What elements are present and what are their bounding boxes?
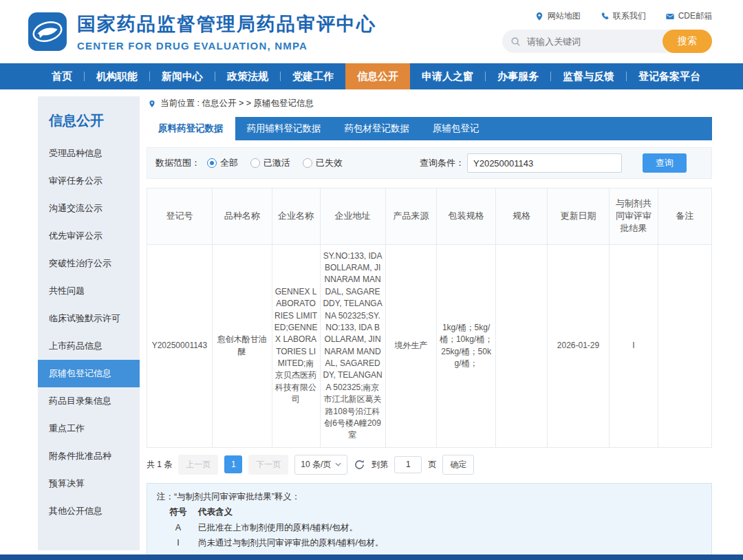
legend-note: 注：“与制剂共同审评审批结果”释义： 符号 代表含义 A 已批准在上市制剂使用的…: [147, 483, 712, 554]
contact-link[interactable]: 联系我们: [600, 10, 646, 22]
page-size-value: 10 条/页: [301, 459, 331, 471]
sidebar-item-common-issues[interactable]: 共性问题: [38, 277, 140, 305]
query-input[interactable]: [467, 153, 622, 173]
nav-item-org-functions[interactable]: 机构职能: [85, 63, 149, 89]
goto-prefix: 到第: [372, 459, 388, 471]
radio-activated[interactable]: 已激活: [250, 157, 290, 169]
filter-bar: 数据范围： 全部 已激活 已失效 查询条件：: [147, 147, 712, 179]
sidebar-item-budget[interactable]: 预算决算: [38, 470, 140, 497]
nav-item-home[interactable]: 首页: [40, 63, 84, 89]
nav-item-info-disclosure[interactable]: 信息公开: [345, 63, 410, 89]
note-meaning: 已批准在上市制剂使用的原料/辅料/包材。: [198, 520, 358, 536]
sidebar-item-breakthrough-therapy[interactable]: 突破性治疗公示: [38, 250, 140, 277]
query-button[interactable]: 查询: [643, 153, 687, 173]
nav-item-news[interactable]: 新闻中心: [150, 63, 215, 89]
sidebar-item-accepted-products[interactable]: 受理品种信息: [38, 140, 140, 167]
main-nav: 首页 机构职能 新闻中心 政策法规 党建工作 信息公开 申请人之窗 办事服务 监…: [0, 63, 743, 89]
nav-item-supervision-feedback[interactable]: 监督与反馈: [551, 63, 626, 89]
table-header-row: 登记号 品种名称 企业名称 企业地址 产品来源 包装规格 规格 更新日期 与制剂…: [147, 189, 712, 245]
sidebar-item-review-tasks[interactable]: 审评任务公示: [38, 167, 140, 195]
nav-item-services[interactable]: 办事服务: [486, 63, 550, 89]
tab-api-registration-data[interactable]: 原料药登记数据: [147, 117, 235, 140]
tab-excipient-registration-data[interactable]: 药用辅料登记数据: [235, 117, 333, 140]
tab-bar: 原料药登记数据 药用辅料登记数据 药包材登记数据 原辅包登记: [147, 117, 712, 140]
cell-product-source: 境外生产: [385, 244, 436, 447]
sidebar-item-conditional-approval[interactable]: 附条件批准品种: [38, 442, 140, 470]
tab-packaging-registration-data[interactable]: 药包材登记数据: [333, 117, 422, 140]
location-pin-icon: [535, 12, 544, 21]
mail-link[interactable]: CDE邮箱: [665, 10, 712, 22]
search-icon: [510, 36, 521, 47]
current-page-button[interactable]: 1: [224, 455, 242, 473]
location-pin-icon: [148, 99, 156, 109]
search-bar: 搜索: [502, 30, 712, 53]
cell-company-name: GENNEX LABORATORIES LIMITED;GENNEX LABOR…: [272, 244, 320, 447]
total-count: 共 1 条: [147, 459, 172, 471]
radio-activated-dot: [250, 158, 260, 168]
page: 国家药品监督管理局药品审评中心 CENTER FOR DRUG EVALUATI…: [0, 0, 743, 560]
radio-all-dot: [207, 158, 217, 168]
search-input[interactable]: [526, 36, 663, 47]
note-item-A: A 已批准在上市制剂使用的原料/辅料/包材。: [157, 520, 702, 536]
note-header-row: 符号 代表含义: [157, 504, 702, 520]
nav-item-registration-platform[interactable]: 登记备案平台: [627, 63, 712, 89]
cell-package-spec: 1kg/桶；5kg/桶；10kg/桶；25kg/桶；50kg/桶；: [436, 244, 496, 447]
brand-text: 国家药品监督管理局药品审评中心 CENTER FOR DRUG EVALUATI…: [77, 12, 376, 52]
scope-radio-group: 全部 已激活 已失效: [207, 157, 343, 169]
radio-all[interactable]: 全部: [207, 157, 238, 169]
site-title: 国家药品监督管理局药品审评中心: [77, 12, 376, 36]
note-item-I: I 尚未通过与制剂共同审评审批的原料/辅料/包材。: [157, 535, 702, 551]
col-header-company-name: 企业名称: [272, 189, 320, 245]
page-size-select[interactable]: 10 条/页: [294, 455, 347, 475]
col-header-spec: 规格: [496, 189, 547, 245]
sidebar-item-api-excipient-registration[interactable]: 原辅包登记信息: [38, 360, 140, 387]
cell-company-address: SY.NO:133, IDA BOLLARAM, JINNARAM MANDAL…: [320, 244, 385, 447]
goto-suffix: 页: [428, 459, 436, 471]
results-table: 登记号 品种名称 企业名称 企业地址 产品来源 包装规格 规格 更新日期 与制剂…: [147, 188, 712, 448]
radio-all-label: 全部: [220, 157, 238, 169]
cell-update-date: 2026-01-29: [547, 244, 610, 447]
footer-bar: [0, 554, 743, 560]
sitemap-label: 网站地图: [548, 10, 581, 22]
cde-logo-icon: [28, 12, 67, 52]
query-label: 查询条件：: [420, 157, 464, 169]
cell-joint-review-result: I: [610, 244, 658, 447]
sidebar-item-clinical-trial-license[interactable]: 临床试验默示许可: [38, 305, 140, 332]
nav-item-applicant-window[interactable]: 申请人之窗: [410, 63, 485, 89]
radio-expired-label: 已失效: [316, 157, 343, 169]
goto-page-input[interactable]: [394, 456, 422, 473]
next-page-button[interactable]: 下一页: [248, 455, 288, 475]
sidebar-title: 信息公开: [38, 107, 140, 140]
note-title: 注：“与制剂共同审评审批结果”释义：: [157, 489, 702, 505]
col-header-company-address: 企业地址: [320, 189, 385, 245]
sidebar-item-key-work[interactable]: 重点工作: [38, 415, 140, 442]
quick-links: 网站地图 联系我们 CDE邮箱: [535, 10, 712, 22]
sidebar-item-marketed-drugs[interactable]: 上市药品信息: [38, 332, 140, 360]
breadcrumb-text: 当前位置 : 信息公开 > > 原辅包登记信息: [160, 98, 314, 109]
goto-confirm-button[interactable]: 确定: [442, 455, 474, 475]
col-header-reg-no: 登记号: [147, 189, 213, 245]
sidebar-item-other-info[interactable]: 其他公开信息: [38, 497, 140, 525]
refresh-icon[interactable]: [354, 459, 365, 471]
sidebar-item-communication[interactable]: 沟通交流公示: [38, 195, 140, 222]
sidebar-item-drug-catalog[interactable]: 药品目录集信息: [38, 387, 140, 415]
tab-api-excipient-registration[interactable]: 原辅包登记: [421, 117, 491, 140]
radio-expired[interactable]: 已失效: [303, 157, 343, 169]
cell-product-name: 愈创木酚甘油醚: [212, 244, 272, 447]
cell-spec: [496, 244, 547, 447]
nav-item-party-building[interactable]: 党建工作: [281, 63, 345, 89]
note-symbol-header: 符号: [166, 504, 190, 520]
sidebar-item-priority-review[interactable]: 优先审评公示: [38, 222, 140, 250]
prev-page-button[interactable]: 上一页: [178, 455, 218, 475]
chevron-down-icon: [335, 462, 341, 466]
col-header-joint-review-result: 与制剂共同审评审批结果: [610, 189, 658, 245]
note-meaning-header: 代表含义: [198, 504, 233, 520]
radio-expired-dot: [303, 158, 312, 168]
main-panel: 当前位置 : 信息公开 > > 原辅包登记信息 原料药登记数据 药用辅料登记数据…: [147, 96, 712, 550]
site-search-button[interactable]: 搜索: [663, 30, 712, 53]
site-subtitle: CENTER FOR DRUG EVALUATION, NMPA: [77, 40, 376, 52]
site-header: 国家药品监督管理局药品审评中心 CENTER FOR DRUG EVALUATI…: [0, 0, 743, 63]
col-header-update-date: 更新日期: [547, 189, 610, 245]
sitemap-link[interactable]: 网站地图: [535, 10, 581, 22]
nav-item-policy[interactable]: 政策法规: [215, 63, 280, 89]
